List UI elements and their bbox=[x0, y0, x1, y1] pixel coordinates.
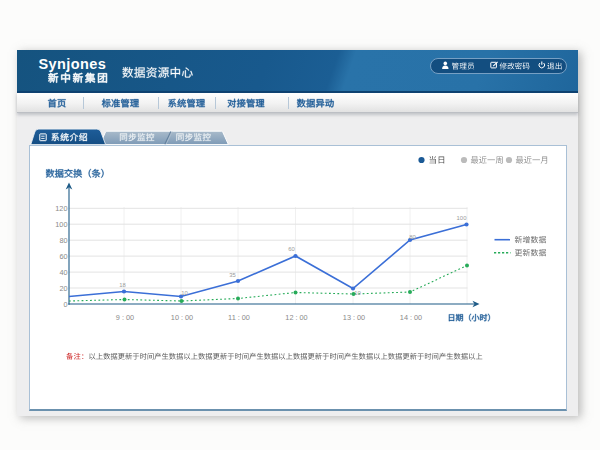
svg-text:100: 100 bbox=[55, 220, 67, 229]
svg-text:80: 80 bbox=[409, 234, 416, 240]
svg-text:14 : 00: 14 : 00 bbox=[400, 313, 422, 322]
svg-text:0: 0 bbox=[63, 300, 67, 309]
svg-text:60: 60 bbox=[59, 252, 67, 261]
svg-text:80: 80 bbox=[59, 236, 67, 245]
svg-text:35: 35 bbox=[229, 272, 236, 278]
svg-text:13 : 00: 13 : 00 bbox=[343, 313, 365, 322]
svg-text:100: 100 bbox=[457, 215, 468, 221]
svg-text:11 : 00: 11 : 00 bbox=[228, 313, 250, 322]
svg-text:18: 18 bbox=[119, 282, 126, 288]
svg-text:9 : 00: 9 : 00 bbox=[116, 313, 134, 322]
svg-text:12 : 00: 12 : 00 bbox=[285, 313, 307, 322]
svg-text:20: 20 bbox=[59, 284, 67, 293]
svg-text:60: 60 bbox=[288, 246, 295, 252]
svg-text:10 : 00: 10 : 00 bbox=[171, 313, 193, 322]
svg-text:10: 10 bbox=[354, 290, 361, 296]
svg-text:10: 10 bbox=[181, 290, 188, 296]
svg-text:120: 120 bbox=[55, 204, 67, 213]
svg-text:40: 40 bbox=[59, 268, 67, 277]
